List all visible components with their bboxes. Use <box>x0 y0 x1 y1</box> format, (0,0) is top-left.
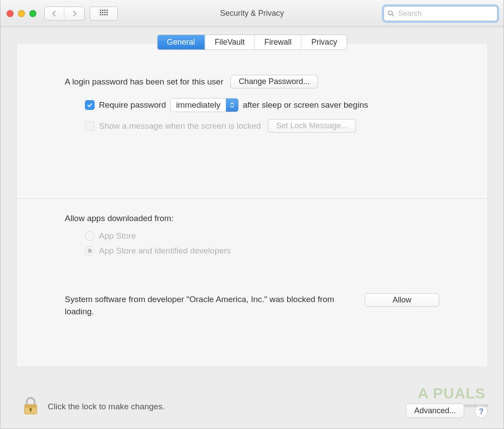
after-sleep-text: after sleep or screen saver begins <box>243 100 368 110</box>
login-password-text: A login password has been set for this u… <box>65 77 223 87</box>
password-delay-select[interactable]: immediately <box>170 98 238 112</box>
help-button[interactable]: ? <box>475 405 488 418</box>
nav-buttons <box>44 7 85 21</box>
search-icon <box>388 10 395 17</box>
tab-general[interactable]: General <box>157 35 205 49</box>
password-delay-value: immediately <box>171 98 226 112</box>
minimize-window-button[interactable] <box>18 10 25 17</box>
tab-firewall[interactable]: Firewall <box>255 35 302 49</box>
chevron-left-icon <box>51 11 57 17</box>
show-lock-message-label: Show a message when the screen is locked <box>99 121 261 131</box>
chevron-right-icon <box>71 11 78 17</box>
require-password-checkbox[interactable] <box>85 100 95 110</box>
svg-line-1 <box>392 14 394 16</box>
advanced-button[interactable]: Advanced... <box>406 404 464 418</box>
svg-point-0 <box>388 11 392 15</box>
preferences-window: Security & Privacy General FileVault Fir… <box>0 0 504 429</box>
svg-rect-5 <box>30 409 32 412</box>
lock-hint-text: Click the lock to make changes. <box>48 402 165 411</box>
radio-app-store[interactable] <box>85 231 95 241</box>
search-input[interactable] <box>397 9 493 18</box>
show-all-button[interactable] <box>90 7 118 21</box>
close-window-button[interactable] <box>7 10 14 17</box>
radio-identified-label: App Store and identified developers <box>99 246 231 256</box>
allow-button[interactable]: Allow <box>365 293 439 307</box>
grid-icon <box>100 10 108 18</box>
radio-identified-developers[interactable] <box>85 246 95 256</box>
tab-privacy[interactable]: Privacy <box>302 35 347 49</box>
content-area: General FileVault Firewall Privacy A log… <box>0 27 504 385</box>
allow-apps-heading: Allow apps downloaded from: <box>65 214 173 223</box>
require-password-label: Require password <box>99 100 166 110</box>
blocked-software-text: System software from developer "Oracle A… <box>65 293 336 317</box>
search-field-container[interactable] <box>384 6 497 21</box>
show-lock-message-checkbox[interactable] <box>85 121 95 131</box>
change-password-button[interactable]: Change Password... <box>230 75 318 88</box>
traffic-lights <box>7 10 36 17</box>
zoom-window-button[interactable] <box>29 10 36 17</box>
lock-icon[interactable] <box>23 397 38 417</box>
stepper-arrows-icon <box>226 98 238 112</box>
back-button[interactable] <box>45 7 64 20</box>
svg-rect-3 <box>25 404 37 408</box>
forward-button[interactable] <box>64 7 84 20</box>
check-icon <box>87 102 93 108</box>
titlebar: Security & Privacy <box>0 0 504 27</box>
general-panel: General FileVault Firewall Privacy A log… <box>16 43 488 367</box>
radio-app-store-label: App Store <box>99 231 136 241</box>
tab-bar: General FileVault Firewall Privacy <box>157 35 347 50</box>
footer: Click the lock to make changes. Advanced… <box>0 385 504 429</box>
tab-filevault[interactable]: FileVault <box>205 35 255 49</box>
set-lock-message-button[interactable]: Set Lock Message... <box>268 119 356 133</box>
